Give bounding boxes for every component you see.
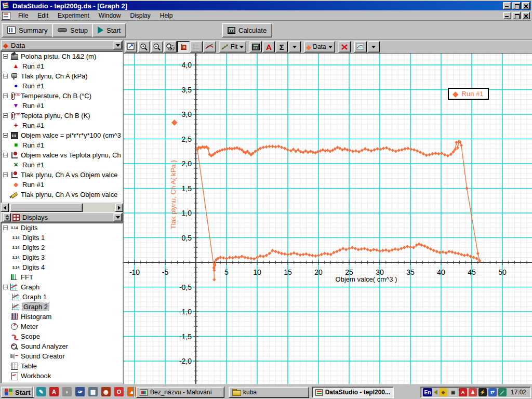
scroll-left-button[interactable]	[1, 203, 9, 212]
menu-edit[interactable]: Edit	[33, 11, 53, 20]
close-icon[interactable]	[522, 2, 530, 9]
zoom-in-button[interactable]	[138, 41, 150, 52]
display-item-workbook[interactable]: Workbook	[1, 371, 123, 381]
display-item-digits-2[interactable]: Digits 2	[1, 243, 123, 252]
displays-panel-dropdown-button[interactable]	[113, 213, 122, 221]
setup-button[interactable]: Setup	[52, 23, 94, 37]
collapse-toggle-icon[interactable]	[3, 94, 8, 98]
displays-panel-header[interactable]: Displays	[1, 212, 123, 222]
quicklaunch-calculator-icon[interactable]: ▦	[88, 387, 98, 396]
zoom-select-button[interactable]	[164, 41, 177, 52]
slope-tool-button[interactable]	[203, 41, 216, 52]
child-restore-icon[interactable]	[512, 12, 521, 19]
collapse-toggle-icon[interactable]	[3, 285, 8, 289]
display-item-digits-3[interactable]: Digits 3	[1, 252, 123, 262]
tray-display-icon[interactable]: ▣	[449, 388, 457, 396]
tray-sync-icon[interactable]: ⇄	[488, 388, 497, 396]
chart-plot-area[interactable]: -10-551015202530354045504,03,53,02,52,01…	[124, 54, 532, 384]
data-item-teplota-plynu[interactable]: Teplota plynu, Ch B (K)	[1, 111, 123, 121]
data-run-item[interactable]: +Run #1	[1, 121, 123, 130]
data-run-item[interactable]: ▲Run #1	[1, 61, 123, 71]
data-run-item[interactable]: ●Run #1	[1, 81, 123, 91]
graph-settings-button[interactable]	[354, 41, 367, 52]
scrollbar-thumb[interactable]	[10, 203, 83, 212]
task-paint-button[interactable]: Bez_názvu - Malování	[136, 387, 224, 398]
tray-lightning-icon[interactable]: ⚡	[478, 388, 487, 396]
x-axis-title[interactable]: Objem valce( cm^3 )	[332, 275, 400, 283]
zoom-out-button[interactable]	[151, 41, 163, 52]
data-item-tlak-vs-objem[interactable]: Tlak plynu, Ch A vs Objem valce	[1, 170, 123, 180]
task-folder-kuba-button[interactable]: kuba	[229, 387, 309, 398]
collapse-toggle-icon[interactable]	[3, 54, 8, 59]
graph-settings-dropdown-button[interactable]	[367, 41, 380, 52]
tray-ati-icon[interactable]: A	[459, 388, 467, 396]
display-item-histogram[interactable]: Histogram	[1, 312, 123, 322]
display-item-graph[interactable]: Graph	[1, 282, 123, 292]
child-document-icon[interactable]	[2, 12, 10, 20]
display-item-digits[interactable]: Digits	[1, 223, 123, 233]
calculator-tool-button[interactable]	[249, 41, 262, 52]
menu-display[interactable]: Display	[125, 11, 155, 20]
quicklaunch-flame-icon[interactable]: ▲	[127, 387, 137, 396]
statistics-button[interactable]: Σ	[275, 41, 288, 52]
display-item-scope[interactable]: Scope	[1, 331, 123, 341]
data-run-item[interactable]: ■Run #1	[1, 140, 123, 150]
text-annotation-button[interactable]: A	[262, 41, 275, 52]
data-panel-dropdown-button[interactable]	[113, 41, 122, 49]
fit-menu-button[interactable]: Fit	[219, 41, 246, 52]
collapse-toggle-icon[interactable]	[3, 133, 8, 138]
volume-icon[interactable]	[434, 390, 437, 395]
display-item-sound-creator[interactable]: Sound Creator	[1, 351, 123, 361]
display-item-table[interactable]: Table	[1, 361, 123, 371]
panel-splitter-handle[interactable]	[3, 213, 11, 221]
tray-pencil-icon[interactable]: ／	[498, 388, 507, 396]
start-menu-button[interactable]: Start	[1, 387, 34, 398]
data-run-item[interactable]: ▼Run #1	[1, 101, 123, 111]
quicklaunch-notes-icon[interactable]: ✎	[36, 387, 46, 396]
minimize-icon[interactable]	[503, 2, 511, 9]
quicklaunch-acrobat-icon[interactable]: A	[49, 387, 59, 396]
collapse-toggle-icon[interactable]	[3, 172, 8, 177]
remove-button[interactable]	[338, 41, 351, 52]
quicklaunch-opera-icon[interactable]: O	[114, 387, 124, 396]
data-tree-horizontal-scrollbar[interactable]	[1, 203, 123, 212]
data-panel-header[interactable]: ◆ Data	[1, 40, 123, 50]
menu-window[interactable]: Window	[94, 11, 126, 20]
data-run-item[interactable]: ×Run #1	[1, 160, 123, 170]
collapse-toggle-icon[interactable]	[3, 113, 8, 118]
display-item-graph-1[interactable]: Graph 1	[1, 292, 123, 302]
child-minimize-icon[interactable]	[503, 12, 511, 19]
collapse-toggle-icon[interactable]	[3, 74, 8, 78]
quicklaunch-pen-icon[interactable]: ✑	[75, 387, 85, 396]
summary-button[interactable]: Summary	[2, 23, 54, 37]
display-item-digits-1[interactable]: Digits 1	[1, 233, 123, 243]
quicklaunch-bird-icon[interactable]: ◗	[62, 387, 72, 396]
data-menu-button[interactable]: ◆ Data	[304, 41, 335, 52]
tray-diamond-icon[interactable]: ◆	[439, 388, 447, 396]
tray-agent-icon[interactable]: ♟	[469, 388, 477, 396]
scale-to-fit-button[interactable]	[125, 41, 137, 52]
display-item-sound-analyzer[interactable]: Sound Analyzer	[1, 341, 123, 351]
scroll-right-button[interactable]	[115, 203, 123, 212]
child-close-icon[interactable]	[522, 12, 530, 19]
display-item-fft[interactable]: FFT	[1, 272, 123, 282]
menu-help[interactable]: Help	[155, 11, 178, 20]
display-item-digits-4[interactable]: Digits 4	[1, 262, 123, 272]
data-item-objem-vs-teplota[interactable]: Objem valce vs Teplota plynu, Ch	[1, 150, 123, 160]
collapse-toggle-icon[interactable]	[3, 225, 8, 230]
xy-tool-button[interactable]	[190, 41, 203, 52]
data-item-poloha-pistu[interactable]: Poloha pistu, Ch 1&2 (m)	[1, 51, 123, 61]
language-indicator[interactable]: En	[423, 388, 432, 396]
y-axis-title[interactable]: Tlak plynu, Ch A( kPa )	[169, 127, 178, 229]
start-button[interactable]: Start	[92, 23, 126, 37]
restore-icon[interactable]	[512, 2, 521, 9]
calculate-button[interactable]: Calculate	[222, 23, 272, 37]
data-item-tlak-plynu[interactable]: Tlak plynu, Ch A (kPa)	[1, 71, 123, 81]
menu-experiment[interactable]: Experiment	[53, 11, 94, 20]
quicklaunch-dragon-icon[interactable]: ◉	[101, 387, 111, 396]
tray-clock[interactable]: 17:02	[511, 389, 526, 396]
display-item-meter[interactable]: Meter	[1, 322, 123, 331]
collapse-toggle-icon[interactable]	[3, 153, 8, 157]
graph-pane[interactable]: -10-551015202530354045504,03,53,02,52,01…	[124, 54, 532, 384]
data-run-item[interactable]: ◆Run #1	[1, 180, 123, 190]
